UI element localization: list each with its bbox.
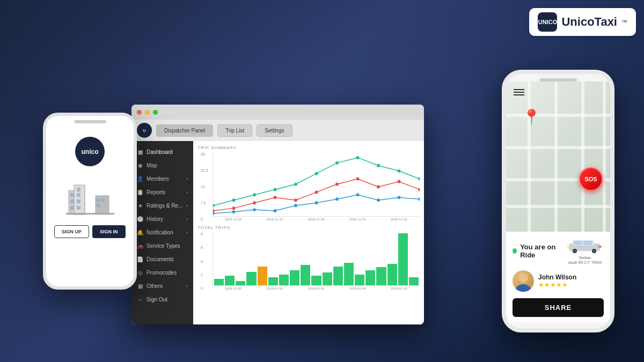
- road-h: [506, 205, 610, 208]
- menu-line: [514, 89, 524, 90]
- svg-point-40: [213, 212, 215, 215]
- driver-name: John Wilson: [538, 274, 576, 281]
- bar: [311, 276, 321, 285]
- svg-point-44: [294, 204, 297, 207]
- bar: [268, 277, 278, 285]
- notification-icon: 🔔: [137, 230, 143, 235]
- driver-avatar: [513, 270, 534, 292]
- bar: [387, 264, 397, 285]
- sidebar-item-promocodes[interactable]: ◎ Promocodes: [131, 266, 193, 279]
- svg-rect-9: [77, 200, 80, 203]
- brand-name: UnicoTaxi: [561, 15, 617, 29]
- tab-settings[interactable]: Settings: [257, 124, 292, 137]
- svg-point-56: [574, 250, 576, 252]
- svg-point-26: [377, 164, 380, 167]
- svg-point-46: [335, 197, 339, 201]
- sidebar-item-service-types[interactable]: 🚗 Service Types: [131, 239, 193, 253]
- svg-point-39: [418, 188, 420, 191]
- svg-point-30: [232, 206, 236, 210]
- close-dot[interactable]: [137, 110, 142, 115]
- tab-trip-list[interactable]: Trip List: [217, 124, 252, 137]
- svg-point-34: [315, 190, 318, 194]
- signin-button[interactable]: SIGN IN: [92, 225, 126, 238]
- svg-rect-11: [97, 198, 100, 202]
- road-v: [528, 82, 531, 232]
- dashboard-icon: ▦: [137, 149, 143, 155]
- svg-point-18: [213, 204, 215, 207]
- titlebar: [131, 105, 424, 120]
- svg-point-37: [377, 185, 380, 188]
- you-on-ride-text: You are on Ride: [520, 243, 563, 259]
- phone-left-logo-text: unico: [82, 148, 99, 156]
- car-svg: [566, 237, 604, 253]
- share-button[interactable]: SHARE: [513, 298, 604, 317]
- sidebar-item-ratings[interactable]: ★ Ratings & Re... ›: [131, 199, 193, 212]
- sidebar-item-history[interactable]: 🕐 History ›: [131, 212, 193, 226]
- sidebar-item-notification[interactable]: 🔔 Notification ›: [131, 226, 193, 239]
- bar: [290, 270, 299, 285]
- logo-icon: UNICO: [538, 12, 557, 32]
- dash-body: ▦ Dashboard ◉ Map 👤 Members › 📋 Reports …: [131, 141, 424, 324]
- sidebar-item-members[interactable]: 👤 Members ›: [131, 172, 193, 186]
- sos-button[interactable]: SOS: [579, 167, 603, 191]
- minimize-dot[interactable]: [145, 110, 150, 115]
- signup-button[interactable]: SIGN UP: [54, 225, 89, 238]
- you-on-ride-row: You are on Ride Sedan Audi: [513, 237, 604, 265]
- svg-rect-13: [101, 198, 105, 202]
- svg-point-20: [253, 193, 256, 196]
- svg-rect-3: [66, 213, 114, 215]
- sidebar-item-map[interactable]: ◉ Map: [131, 159, 193, 172]
- menu-line: [514, 94, 524, 95]
- map-pin-icon: 📍: [522, 108, 541, 126]
- doc-icon: 📄: [137, 256, 143, 262]
- others-icon: ▦: [137, 283, 143, 289]
- phone-left-buttons: SIGN UP SIGN IN: [52, 225, 128, 238]
- car-thumbnail: Sedan Audi 95 CY TR05: [566, 237, 604, 265]
- svg-rect-8: [77, 193, 80, 197]
- maximize-dot[interactable]: [153, 110, 158, 115]
- svg-rect-5: [70, 200, 74, 203]
- svg-point-45: [315, 201, 318, 204]
- ride-info: You are on Ride Sedan Audi: [506, 232, 610, 322]
- menu-line: [514, 92, 524, 93]
- bar: [376, 267, 386, 285]
- svg-point-41: [232, 210, 236, 213]
- logo-box: UNICO UnicoTaxi™: [529, 8, 636, 36]
- svg-point-23: [315, 172, 318, 175]
- trip-summary-section: TRIP SUMMARY 30 22.5 15 7.5 0: [197, 145, 420, 221]
- sidebar-item-reports[interactable]: 📋 Reports ›: [131, 186, 193, 199]
- chevron-right-icon: ›: [186, 217, 188, 221]
- svg-point-49: [398, 196, 401, 199]
- bar: [365, 270, 375, 285]
- sidebar-item-documents[interactable]: 📄 Documents: [131, 253, 193, 266]
- brand-tm: ™: [621, 19, 627, 25]
- phone-right: 📍 SOS You are on Ride: [502, 70, 614, 333]
- total-trips-label: TOTAL TRIPS: [197, 225, 420, 230]
- bar: [333, 267, 343, 285]
- trip-summary-label: TRIP SUMMARY: [197, 145, 420, 150]
- svg-point-31: [253, 201, 256, 204]
- sidebar-item-dashboard[interactable]: ▦ Dashboard: [131, 145, 193, 159]
- svg-point-42: [253, 208, 256, 211]
- reports-icon: 📋: [137, 189, 143, 195]
- tab-dispatcher-panel[interactable]: Dispatcher Panel: [156, 124, 213, 137]
- sidebar-item-others[interactable]: ▦ Others ›: [131, 279, 193, 293]
- sidebar-item-signout[interactable]: → Sign Out: [131, 293, 193, 306]
- svg-rect-10: [77, 206, 80, 210]
- svg-rect-4: [70, 193, 74, 197]
- car-type: Sedan Audi 95 CY TR05: [566, 255, 604, 265]
- total-trips-chart: [213, 232, 420, 286]
- car-icon: 🚗: [137, 243, 143, 249]
- svg-point-47: [356, 193, 360, 196]
- road-h: [506, 146, 610, 149]
- total-trips-section: TOTAL TRIPS 8 6 4 2 0: [197, 225, 420, 290]
- bar: [301, 265, 310, 285]
- chevron-right-icon: ›: [186, 176, 188, 181]
- hamburger-menu[interactable]: [514, 89, 524, 95]
- svg-rect-6: [70, 206, 74, 210]
- trip-summary-y-labels: 30 22.5 15 7.5 0: [201, 152, 208, 221]
- bar: [214, 279, 224, 285]
- bar: [355, 275, 364, 285]
- driver-row: John Wilson ★★★★★: [513, 270, 604, 292]
- dash-logo: U: [137, 123, 152, 138]
